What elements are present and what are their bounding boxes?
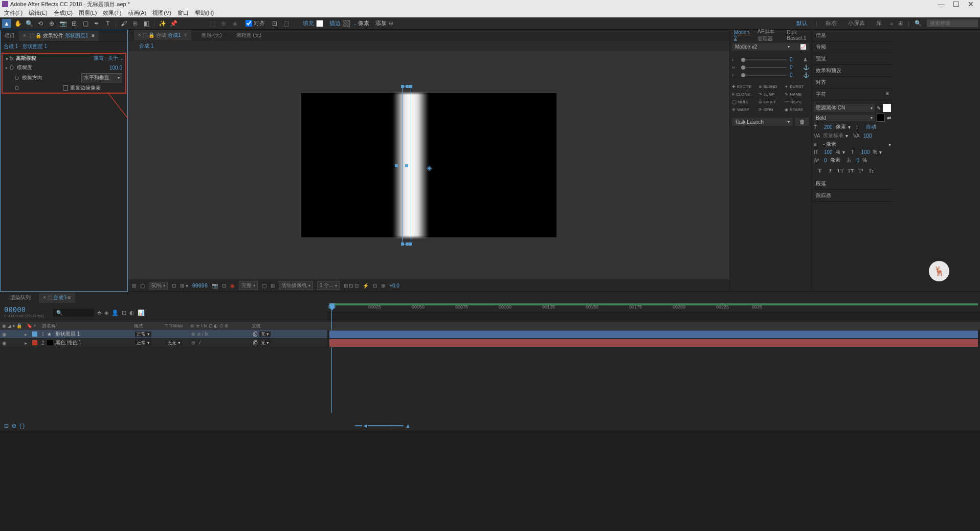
snapshot-icon[interactable]: 📷 (212, 283, 218, 289)
null-button[interactable]: ◯ NULL (731, 98, 758, 106)
font-family-dropdown[interactable]: 思源黑体 CN▾ (814, 104, 875, 112)
timeline-icon[interactable]: ⊡ (373, 283, 377, 289)
viewer-tab-comp[interactable]: × ⬚ 🔒 合成 合成1 ≡ (134, 30, 191, 40)
flowchart-icon[interactable]: ⊕ (381, 283, 385, 289)
close-button[interactable]: ✕ (968, 0, 974, 8)
tracking-value[interactable]: 100 (863, 133, 872, 139)
spin-button[interactable]: ⟳ SPIN (758, 106, 784, 114)
clone-button[interactable]: ⎘ CLONE (731, 91, 758, 98)
slider-ease-both[interactable]: ›‹ 0 ⚓ (732, 64, 809, 70)
workspace-small[interactable]: 小屏幕 (845, 18, 868, 28)
slider-ease-in[interactable]: ‹ 0 ♟ (732, 57, 809, 62)
workspace-standard[interactable]: 标准 (822, 18, 840, 28)
fast-preview-icon[interactable]: ⚡ (363, 283, 369, 289)
hand-tool[interactable]: ✋ (13, 19, 23, 28)
time-ruler[interactable]: 000 00025 00050 00075 00100 00125 00150 … (327, 303, 980, 313)
text-tool[interactable]: T (103, 19, 113, 28)
blurriness-value[interactable]: 100.0 (109, 65, 122, 71)
graph-editor-icon[interactable]: 📊 (138, 309, 145, 316)
leading-value[interactable]: 自动 (866, 123, 876, 130)
zoom-tool[interactable]: 🔍 (25, 19, 34, 28)
font-weight-dropdown[interactable]: Bold▾ (814, 115, 875, 121)
local-axis[interactable]: ⬚ (208, 19, 217, 28)
motion-version-dropdown[interactable]: Motion v2▾ 📈 (732, 43, 809, 51)
work-area[interactable] (329, 303, 978, 305)
stare-button[interactable]: ◉ STARE (784, 106, 810, 114)
camera-dropdown[interactable]: 活动摄像机▾ (279, 281, 313, 290)
viewer-tab-layer[interactable]: 图层 (无) (197, 30, 226, 40)
toggle-switches-icon[interactable]: ⊡ (4, 423, 9, 429)
stroke-label[interactable]: 描边 (329, 19, 341, 27)
name-button[interactable]: ✎ NAME (784, 91, 810, 98)
views-dropdown[interactable]: 1 个...▾ (317, 281, 340, 290)
timeline-bars[interactable] (327, 330, 980, 347)
project-tab[interactable]: 项目 (1, 31, 19, 41)
comp-sub-tab[interactable]: 合成 1 (134, 41, 159, 51)
snapping-icon[interactable]: ⊡ (270, 19, 279, 28)
minimize-button[interactable]: — (938, 0, 945, 8)
stroke-swatch[interactable] (343, 20, 350, 27)
transparency-icon[interactable]: ⊞ (271, 283, 275, 289)
clone-tool[interactable]: ⎘ (130, 19, 140, 28)
superscript-button[interactable]: T¹ (857, 167, 865, 174)
menu-view[interactable]: 视图(V) (150, 9, 173, 17)
blend-button[interactable]: ※ BLEND (758, 83, 784, 91)
fx-toggle-icon[interactable]: ▾ fx (6, 56, 14, 61)
burst-button[interactable]: ✦ BURST (784, 83, 810, 91)
warp-button[interactable]: ≋ WARP (731, 106, 758, 114)
selection-box[interactable] (402, 86, 411, 245)
italic-button[interactable]: T (826, 167, 834, 174)
menu-animation[interactable]: 动画(A) (126, 9, 149, 17)
maximize-button[interactable]: ☐ (953, 0, 960, 8)
stopwatch-icon[interactable]: Ō (10, 65, 14, 71)
audio-panel-header[interactable]: 音频 (812, 41, 893, 53)
menu-layer[interactable]: 图层(L) (77, 9, 99, 17)
info-panel-header[interactable]: 信息 (812, 30, 893, 41)
subscript-button[interactable]: T₁ (867, 167, 875, 174)
toggle-modes-icon[interactable]: ⊕ (12, 423, 16, 429)
resolution-icon[interactable]: ⊡ (172, 283, 176, 289)
source-name-column[interactable]: 源名称 (40, 323, 132, 329)
stroke-width[interactable]: - (354, 20, 356, 27)
pan-behind-tool[interactable]: ⊞ (70, 19, 79, 28)
align-panel-header[interactable]: 对齐 (812, 77, 893, 88)
rope-button[interactable]: 〰 ROPE (784, 98, 810, 106)
menu-file[interactable]: 文件(F) (2, 9, 25, 17)
excite-button[interactable]: ✚ EXCITE (731, 83, 758, 91)
motion2-tab[interactable]: Motion 2 (730, 28, 753, 42)
world-axis[interactable]: ⊕ (219, 19, 228, 28)
region-icon[interactable]: ▢ (262, 283, 266, 289)
bold-button[interactable]: T (816, 167, 824, 174)
zoom-dropdown[interactable]: 50%▾ (149, 282, 168, 290)
search-input[interactable] (927, 19, 978, 27)
workspace-default[interactable]: 默认 (793, 18, 811, 28)
brush-tool[interactable]: 🖌 (119, 19, 128, 28)
current-time[interactable]: 00000 0:00:00:00 (25.00 fps) (0, 303, 51, 322)
stopwatch-icon[interactable]: Ō (15, 85, 19, 91)
parent-dropdown[interactable]: 无 ▾ (259, 340, 271, 345)
task-delete-button[interactable]: 🗑 (795, 118, 809, 126)
frame-blend-icon[interactable]: ⊡ (122, 309, 126, 316)
draft-3d-icon[interactable]: ◈ (104, 309, 108, 316)
layer-bar-2[interactable] (329, 339, 978, 347)
alpha-icon[interactable]: ⊞ (132, 283, 136, 289)
orbit-button[interactable]: ⊕ ORBIT (758, 98, 784, 106)
workspace-options-icon[interactable]: ⊞ (898, 20, 903, 27)
toggle-brackets-icon[interactable]: { } (19, 423, 25, 429)
reset-link[interactable]: 重置 (94, 55, 104, 62)
show-snapshot-icon[interactable]: ⊡ (222, 283, 226, 289)
fill-label[interactable]: 填充 (303, 19, 314, 27)
effect-name[interactable]: 高斯模糊 (16, 55, 90, 62)
task-launch-dropdown[interactable]: Task Launch▾ (732, 118, 793, 126)
snap-checkbox[interactable] (246, 20, 252, 27)
pickwhip-icon[interactable]: @ (253, 331, 258, 337)
blend-mode-dropdown[interactable]: 正常 ▾ (135, 331, 151, 337)
timeline-search[interactable] (53, 309, 94, 317)
roto-tool[interactable]: ✨ (158, 19, 167, 28)
orbit-tool[interactable]: ⟲ (36, 19, 45, 28)
mode-column[interactable]: 模式 (132, 323, 163, 329)
preview-panel-header[interactable]: 预览 (812, 53, 893, 65)
snapping-icon-2[interactable]: ⬚ (281, 19, 291, 28)
expand-icon[interactable]: ▸ (6, 65, 8, 70)
shy-icon[interactable]: 👤 (112, 309, 119, 316)
